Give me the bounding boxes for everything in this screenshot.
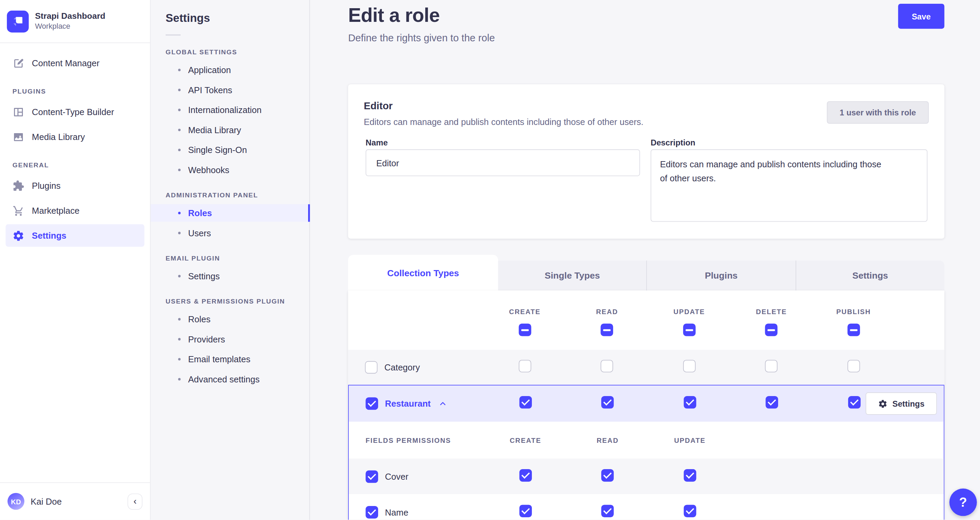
description-label: Description — [651, 138, 695, 147]
bullet-icon — [178, 275, 180, 277]
subnav-item-internationalization[interactable]: Internationalization — [151, 101, 309, 118]
name-row-checkbox[interactable] — [366, 506, 378, 518]
name-create-checkbox[interactable] — [519, 504, 532, 517]
subnav-divider — [165, 35, 181, 36]
restaurant-settings-button[interactable]: Settings — [865, 392, 937, 415]
subnav-section-users-permissions-plugin: USERS & PERMISSIONS PLUGIN — [165, 297, 294, 305]
restaurant-accordion: Restaurant Settings — [348, 385, 945, 520]
help-button[interactable]: ? — [949, 488, 977, 516]
subnav-title: Settings — [165, 12, 294, 25]
category-delete-checkbox[interactable] — [765, 360, 778, 372]
subnav-item-up-roles[interactable]: Roles — [151, 310, 309, 328]
content-manager-icon — [13, 57, 25, 69]
category-publish-checkbox[interactable] — [848, 360, 860, 372]
column-header-read: READ — [596, 308, 618, 315]
category-row-checkbox[interactable] — [365, 361, 378, 374]
category-update-checkbox[interactable] — [683, 360, 695, 372]
tab-single-types[interactable]: Single Types — [498, 261, 646, 291]
name-update-checkbox[interactable] — [684, 504, 696, 517]
sidebar-item-plugins[interactable]: Plugins — [5, 174, 144, 197]
subnav-item-api-tokens[interactable]: API Tokens — [151, 81, 309, 99]
role-name-input[interactable] — [366, 149, 640, 176]
table-row-category: Category — [348, 350, 945, 385]
sidebar-item-content-type-builder[interactable]: Content-Type Builder — [5, 101, 144, 123]
bullet-icon — [178, 148, 180, 151]
role-details-card: Editor Editors can manage and publish co… — [348, 84, 945, 239]
category-row-toggle[interactable]: Category — [348, 361, 484, 374]
cover-row-checkbox[interactable] — [366, 470, 378, 483]
bullet-icon — [178, 89, 180, 91]
bullet-icon — [178, 68, 180, 71]
name-label: Name — [366, 138, 388, 147]
restaurant-row-checkbox[interactable] — [366, 398, 378, 410]
subnav-item-providers[interactable]: Providers — [151, 331, 309, 348]
restaurant-create-checkbox[interactable] — [519, 396, 532, 409]
update-column-checkbox[interactable] — [683, 324, 695, 336]
subnav-item-email-templates[interactable]: Email templates — [151, 350, 309, 368]
users-with-role-button[interactable]: 1 user with this role — [827, 101, 929, 124]
subnav-item-media-library[interactable]: Media Library — [151, 121, 309, 138]
create-column-checkbox[interactable] — [519, 324, 531, 336]
sidebar-collapse-button[interactable]: ‹ — [127, 493, 142, 510]
main-content: Edit a role Define the rights given to t… — [310, 0, 980, 520]
brand-text: Strapi Dashboard Workplace — [35, 11, 105, 31]
tab-settings[interactable]: Settings — [795, 261, 945, 291]
column-header-delete: DELETE — [756, 308, 787, 315]
restaurant-delete-checkbox[interactable] — [766, 396, 778, 409]
sidebar-item-label: Plugins — [32, 181, 60, 191]
restaurant-publish-checkbox[interactable] — [848, 396, 861, 409]
sidebar-item-media-library[interactable]: Media Library — [5, 126, 144, 148]
subnav-item-application[interactable]: Application — [151, 61, 309, 78]
strapi-logo-icon — [7, 10, 29, 32]
bullet-icon — [178, 211, 180, 214]
plugins-icon — [13, 180, 25, 192]
question-mark-icon: ? — [959, 495, 967, 510]
page-title: Edit a role — [348, 5, 440, 27]
bullet-icon — [178, 129, 180, 131]
cover-update-checkbox[interactable] — [684, 469, 696, 482]
sidebar-item-marketplace[interactable]: Marketplace — [5, 199, 144, 222]
subnav-item-users[interactable]: Users — [151, 224, 309, 242]
restaurant-row-toggle[interactable]: Restaurant — [349, 398, 484, 410]
sidebar-item-settings[interactable]: Settings — [5, 224, 144, 247]
marketplace-icon — [13, 205, 25, 216]
permissions-column-labels: CREATE READ UPDATE DELETE PUBLISH — [348, 308, 945, 315]
sidebar-item-label: Settings — [32, 231, 66, 240]
subnav-item-single-sign-on[interactable]: Single Sign-On — [151, 142, 309, 159]
name-read-checkbox[interactable] — [601, 504, 614, 517]
save-button[interactable]: Save — [898, 4, 944, 29]
cover-read-checkbox[interactable] — [601, 469, 614, 482]
category-create-checkbox[interactable] — [519, 360, 531, 372]
delete-column-checkbox[interactable] — [765, 324, 778, 336]
chevron-up-icon — [439, 399, 447, 408]
table-row-restaurant: Restaurant Settings — [349, 385, 944, 421]
subnav-item-advanced-settings[interactable]: Advanced settings — [151, 371, 309, 388]
cover-create-checkbox[interactable] — [519, 469, 532, 482]
sidebar-nav: Content Manager PLUGINS Content-Type Bui… — [0, 43, 150, 246]
main-sidebar: Strapi Dashboard Workplace Content Manag… — [0, 0, 151, 520]
user-name: Kai Doe — [31, 496, 62, 506]
publish-column-checkbox[interactable] — [848, 324, 860, 336]
fields-column-header-update: UPDATE — [674, 436, 705, 444]
sidebar-section-plugins: PLUGINS — [13, 87, 138, 95]
sidebar-item-label: Marketplace — [32, 205, 80, 215]
media-library-icon — [13, 131, 25, 143]
tab-plugins[interactable]: Plugins — [647, 261, 795, 291]
read-column-checkbox[interactable] — [601, 324, 614, 336]
restaurant-update-checkbox[interactable] — [684, 396, 696, 409]
sidebar-item-content-manager[interactable]: Content Manager — [5, 52, 144, 75]
restaurant-read-checkbox[interactable] — [601, 396, 614, 409]
permissions-header: CREATE READ UPDATE DELETE PUBLISH — [348, 291, 945, 350]
role-description-textarea[interactable]: Editors can manage and publish contents … — [651, 149, 928, 222]
subnav-item-email-settings[interactable]: Settings — [151, 267, 309, 285]
fields-permissions-header: FIELDS PERMISSIONS CREATE READ UPDATE — [349, 421, 944, 458]
brand-block[interactable]: Strapi Dashboard Workplace — [0, 0, 150, 43]
brand-title: Strapi Dashboard — [35, 11, 105, 22]
category-read-checkbox[interactable] — [601, 360, 614, 372]
subnav-item-roles[interactable]: Roles — [151, 204, 309, 222]
content-type-builder-icon — [13, 106, 25, 118]
tab-collection-types[interactable]: Collection Types — [348, 255, 498, 291]
subnav-item-webhooks[interactable]: Webhooks — [151, 161, 309, 178]
column-header-publish: PUBLISH — [836, 308, 871, 315]
sidebar-item-label: Content Manager — [32, 58, 99, 68]
